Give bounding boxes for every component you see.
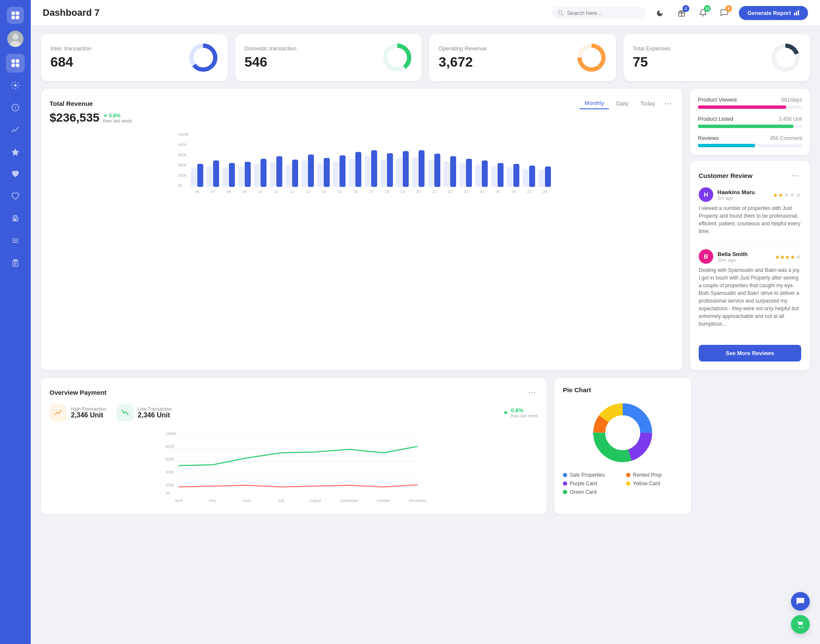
- stat-card-inter-transaction: Inter. transaction 684: [41, 34, 228, 81]
- see-more-reviews-button[interactable]: See More Reviews: [699, 345, 801, 361]
- float-chat-button[interactable]: [791, 592, 810, 611]
- svg-text:400k: 400k: [178, 163, 187, 167]
- dark-mode-toggle[interactable]: [653, 5, 668, 20]
- gifts-button[interactable]: 2: [674, 5, 689, 20]
- svg-rect-85: [475, 165, 481, 187]
- revenue-more-menu[interactable]: ⋯: [662, 97, 674, 109]
- svg-text:800k: 800k: [166, 444, 174, 449]
- sidebar-item-clipboard[interactable]: [6, 254, 25, 272]
- svg-rect-49: [191, 168, 197, 187]
- svg-text:1000k: 1000k: [178, 132, 189, 137]
- svg-text:19: 19: [401, 189, 405, 194]
- legend-dot-green: [563, 490, 567, 494]
- progress-bar-bg-listed: [698, 125, 802, 128]
- svg-rect-7: [12, 59, 15, 63]
- svg-marker-14: [12, 149, 19, 156]
- svg-rect-71: [365, 156, 371, 187]
- svg-rect-80: [434, 154, 440, 187]
- search-box[interactable]: [552, 7, 646, 19]
- svg-text:27: 27: [527, 189, 531, 194]
- pie-chart-svg: [589, 399, 657, 467]
- overview-payment-card: Overview Payment ⋯ High Transaction: [41, 378, 547, 514]
- search-input[interactable]: [567, 10, 640, 16]
- revenue-value-row: $236,535 0.8% than last week: [50, 111, 674, 125]
- svg-text:July: July: [278, 498, 285, 503]
- svg-text:15: 15: [337, 189, 342, 194]
- svg-text:21: 21: [432, 189, 436, 194]
- svg-rect-72: [371, 150, 377, 187]
- payment-more-menu[interactable]: ⋯: [526, 386, 538, 398]
- sidebar-item-dashboard[interactable]: [6, 54, 25, 73]
- donut-chart-expenses: [770, 43, 800, 73]
- customer-review-card: Customer Review ⋯ H Hawkins Maru 5m ago: [690, 161, 810, 370]
- sidebar-item-analytics[interactable]: [6, 120, 25, 139]
- right-panel: Product Viewed 561/days Product Listed 3…: [690, 89, 810, 370]
- float-chat-icon: [796, 597, 805, 606]
- sidebar-logo[interactable]: [7, 7, 24, 24]
- legend-purple-card: Purple Card: [563, 481, 619, 487]
- svg-text:400k: 400k: [166, 470, 174, 474]
- sidebar-item-print[interactable]: [6, 209, 25, 228]
- progress-val-listed: 3,456 Unit: [779, 116, 802, 122]
- tab-today[interactable]: Today: [635, 98, 660, 109]
- svg-rect-94: [545, 166, 551, 187]
- review-more-menu[interactable]: ⋯: [789, 169, 801, 181]
- review-item-1: H Hawkins Maru 5m ago ★★★★★ I viewed a n…: [699, 187, 801, 242]
- messages-button[interactable]: 5: [717, 5, 732, 20]
- svg-rect-76: [403, 151, 409, 187]
- stat-card-domestic-transaction: Domestic transaction 546: [235, 34, 422, 81]
- sidebar-item-menu[interactable]: [6, 231, 25, 250]
- svg-rect-53: [223, 167, 228, 187]
- progress-section: Product Viewed 561/days Product Listed 3…: [690, 89, 810, 155]
- svg-text:07: 07: [211, 189, 215, 194]
- tab-daily[interactable]: Daily: [611, 98, 633, 109]
- svg-rect-88: [498, 163, 504, 187]
- page-title: Dashboard 7: [43, 7, 545, 18]
- svg-point-147: [802, 627, 803, 628]
- progress-val-viewed: 561/days: [781, 97, 802, 103]
- sidebar-item-heart-filled[interactable]: [6, 165, 25, 184]
- sidebar-item-star[interactable]: [6, 143, 25, 161]
- svg-text:August: August: [309, 498, 322, 503]
- high-transaction-value: 2,346 Unit: [71, 411, 106, 419]
- svg-rect-67: [333, 161, 339, 187]
- search-icon: [558, 10, 563, 16]
- svg-text:200k: 200k: [166, 483, 174, 487]
- low-transaction-info: Low Transaction 2,346 Unit: [138, 406, 172, 419]
- progress-bar-fill-reviews: [698, 144, 755, 147]
- low-transaction-item: Low Transaction 2,346 Unit: [117, 404, 172, 421]
- svg-rect-9: [12, 64, 15, 67]
- legend-dot-rented: [626, 473, 630, 477]
- tab-group-revenue: Monthly Daily Today ⋯: [580, 97, 674, 109]
- payment-growth-pct: 0.8%: [511, 407, 538, 414]
- stat-card-label: Inter. transaction: [50, 45, 91, 52]
- svg-marker-42: [104, 114, 107, 117]
- svg-text:26: 26: [511, 189, 515, 194]
- svg-text:September: September: [340, 498, 359, 503]
- revenue-amount: $236,535: [50, 111, 100, 125]
- low-transaction-icon: [117, 404, 134, 421]
- donut-chart-domestic: [382, 43, 412, 73]
- svg-rect-63: [302, 160, 308, 187]
- float-cart-button[interactable]: [791, 615, 810, 634]
- svg-rect-93: [539, 170, 545, 187]
- sidebar-item-settings[interactable]: [6, 76, 25, 95]
- pie-chart-title: Pie Chart: [563, 386, 591, 393]
- svg-text:0k: 0k: [178, 184, 182, 188]
- notifications-button[interactable]: 12: [695, 5, 711, 20]
- avatar[interactable]: [7, 31, 23, 47]
- svg-rect-32: [796, 12, 797, 15]
- generate-report-label: Generate Report: [747, 10, 791, 16]
- sidebar-item-info[interactable]: i: [6, 98, 25, 117]
- stat-card-operating-revenue: Operating Revenue 3,672: [429, 34, 616, 81]
- progress-bar-bg-reviews: [698, 144, 802, 147]
- svg-text:20: 20: [416, 189, 421, 194]
- svg-rect-74: [387, 153, 393, 187]
- sidebar-item-heart-outline[interactable]: [6, 187, 25, 206]
- svg-rect-91: [523, 169, 529, 187]
- svg-rect-10: [16, 64, 19, 67]
- generate-report-button[interactable]: Generate Report: [739, 6, 808, 20]
- svg-text:i: i: [15, 105, 16, 110]
- legend-dot-sale: [563, 473, 567, 477]
- tab-monthly[interactable]: Monthly: [580, 98, 609, 109]
